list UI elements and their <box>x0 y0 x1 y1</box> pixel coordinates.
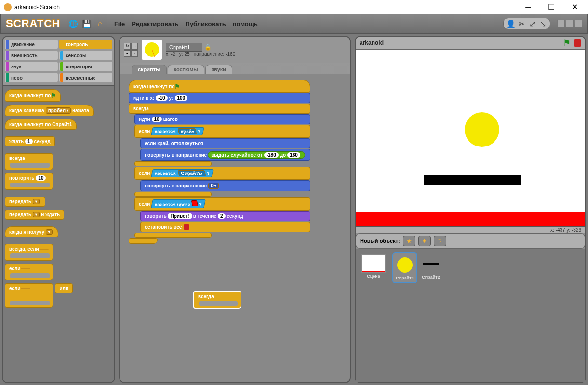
s-pointdir1[interactable]: повернуть в направление выдать случайное… <box>140 149 310 161</box>
rotate-none-button[interactable]: ● <box>124 50 131 57</box>
block-when-flag[interactable]: когда щелкнут по ⚑ <box>5 89 61 102</box>
stage[interactable] <box>356 50 585 227</box>
tab-sounds[interactable]: звуки <box>205 65 232 74</box>
category-pen[interactable]: перо <box>5 73 58 82</box>
block-broadcast[interactable]: передать <box>5 197 45 207</box>
category-control[interactable]: контроль <box>59 40 112 49</box>
lock-icon[interactable]: 🔒 <box>204 44 212 51</box>
sprite-thumbnail <box>142 40 162 60</box>
view-full-button[interactable] <box>575 20 582 27</box>
menu-publish[interactable]: Публиковать <box>186 20 226 27</box>
sprite-item-2[interactable]: Спрайт2 <box>419 252 442 281</box>
stage-paddle[interactable] <box>424 175 521 185</box>
scene-label: Сцена <box>367 274 380 279</box>
stage-title: arkanoid <box>360 40 384 46</box>
menu-help[interactable]: помощь <box>233 20 258 27</box>
block-palette: когда щелкнут по ⚑ когда клавишапробелна… <box>3 85 114 382</box>
s-move[interactable]: идти10шагов <box>134 114 310 124</box>
stage-ball[interactable] <box>465 112 499 147</box>
category-motion[interactable]: движение <box>5 40 58 49</box>
app-icon <box>4 3 12 11</box>
category-sound[interactable]: звук <box>5 62 58 71</box>
mouse-coords: x: -437 y: -326 <box>356 227 585 233</box>
s-say[interactable]: говоритьПривет!в течение2секунд <box>140 211 310 221</box>
s-endif1[interactable] <box>134 161 212 166</box>
stage-panel: arkanoid ⚑ x: -437 y: -326 Новый объект:… <box>355 36 586 383</box>
script-area[interactable]: когда щелкнут по ⚑ идти в x:-10y:100 все… <box>120 74 350 382</box>
block-if[interactable]: если <box>5 264 53 280</box>
window-titlebar: arkanoid- Scratch ─ ☐ ✕ <box>0 0 588 14</box>
menu-edit[interactable]: Редактировать <box>132 20 178 27</box>
stage-floor <box>356 212 585 226</box>
globe-icon[interactable]: 🌐 <box>68 18 79 29</box>
view-normal-button[interactable] <box>566 20 574 27</box>
s-forever[interactable]: всегда <box>129 104 310 114</box>
surprise-sprite-button[interactable]: ? <box>434 236 446 246</box>
tab-scripts[interactable]: скрипты <box>132 65 167 74</box>
sprite-list: Сцена Спрайт1 Спрайт2 <box>356 249 585 382</box>
sprite-name-input[interactable] <box>166 43 202 52</box>
block-broadcast-wait[interactable]: передатьи ждать <box>5 210 64 220</box>
rotate-full-button[interactable]: ↻ <box>124 43 131 50</box>
block-forever[interactable]: всегда <box>5 153 53 170</box>
s-when-flag[interactable]: когда щелкнут по ⚑ <box>129 80 310 93</box>
choose-sprite-button[interactable]: ✦ <box>418 236 431 246</box>
toolbar: SCRATCH 🌐 💾 ⌂ File Редактировать Публико… <box>0 14 588 34</box>
green-flag-button[interactable]: ⚑ <box>563 38 571 48</box>
paint-sprite-button[interactable]: ★ <box>403 236 415 246</box>
block-forever-if[interactable]: всегда, если <box>5 244 53 261</box>
s-if1[interactable]: если касается край? <box>134 125 310 138</box>
stamp-tool-icon[interactable]: 👤 <box>507 19 515 28</box>
s-if2[interactable]: если касается Спрайт2? <box>134 167 310 180</box>
view-small-button[interactable] <box>557 20 565 27</box>
category-looks[interactable]: внешность <box>5 51 58 60</box>
block-if-else[interactable]: если <box>5 283 53 308</box>
s-if3[interactable]: если касается цвета ? <box>134 197 310 211</box>
block-palette-panel: движение контроль внешность сенсоры звук… <box>2 36 115 383</box>
s-endif3[interactable] <box>134 233 212 238</box>
block-repeat[interactable]: повторить10 <box>5 173 53 190</box>
export-button[interactable]: ▫ <box>131 50 138 57</box>
category-sensing[interactable]: сенсоры <box>59 51 112 60</box>
detached-forever[interactable]: всегда <box>193 291 241 309</box>
s-pointdir2[interactable]: повернуть в направление0 <box>140 180 310 191</box>
block-wait[interactable]: ждать1секунд <box>5 136 55 146</box>
cut-tool-icon[interactable]: ✂ <box>517 19 526 28</box>
block-else[interactable]: или <box>55 283 73 293</box>
minimize-button[interactable]: ─ <box>519 0 538 14</box>
block-when-receive[interactable]: когда я получу <box>5 226 58 237</box>
tab-costumes[interactable]: костюмы <box>168 65 204 74</box>
s-bounce[interactable]: если край, оттолкнуться <box>140 138 310 148</box>
category-operators[interactable]: операторы <box>59 62 112 71</box>
home-icon[interactable]: ⌂ <box>95 18 106 29</box>
shrink-tool-icon[interactable]: ⤡ <box>538 19 547 28</box>
block-when-key[interactable]: когда клавишапробелнажата <box>5 105 94 116</box>
scene-thumbnail[interactable] <box>361 254 386 273</box>
s-endforever[interactable] <box>129 238 158 244</box>
menu-file[interactable]: File <box>114 20 125 27</box>
s-goto[interactable]: идти в x:-10y:100 <box>129 93 310 103</box>
s-stop[interactable]: остановить все <box>140 222 310 232</box>
sprite-item-1[interactable]: Спрайт1 <box>392 252 417 283</box>
new-object-label: Новый объект: <box>360 238 400 244</box>
close-button[interactable]: ✕ <box>565 0 584 14</box>
s-endif2[interactable] <box>134 192 212 197</box>
script-panel: ↻ ↔ ● ▫ 🔒 x: -2 y: 25 направление: -160 … <box>119 36 351 383</box>
window-title: arkanoid- Scratch <box>14 4 60 11</box>
sprite-coords: x: -2 y: 25 направление: -160 <box>166 52 235 57</box>
block-when-sprite[interactable]: когда щелкнут по Спрайт1 <box>5 119 77 130</box>
logo: SCRATCH <box>6 17 60 30</box>
rotate-lr-button[interactable]: ↔ <box>131 43 138 50</box>
maximize-button[interactable]: ☐ <box>542 0 561 14</box>
category-variables[interactable]: переменные <box>59 73 112 82</box>
stop-button[interactable] <box>574 39 581 47</box>
save-icon[interactable]: 💾 <box>81 18 92 29</box>
grow-tool-icon[interactable]: ⤢ <box>528 19 536 28</box>
